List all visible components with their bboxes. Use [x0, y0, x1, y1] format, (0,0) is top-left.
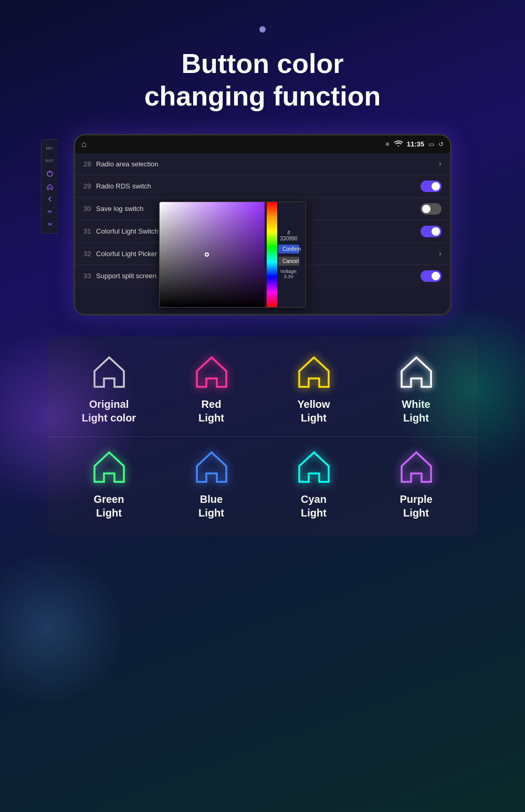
light-item-blue: BlueLight [170, 447, 254, 520]
light-item-original: OriginalLight color [67, 352, 151, 425]
house-icon-purple [397, 447, 435, 485]
page-title: Button color changing function [0, 47, 525, 113]
red-label: RedLight [198, 397, 224, 425]
voltage-label: Voltage: 3.3V [279, 269, 298, 279]
side-mic-label: MIC [44, 143, 56, 154]
house-icon-white [397, 352, 435, 390]
clock: 11:35 [407, 140, 424, 148]
title-section: Button color changing function [0, 0, 525, 134]
row-30-num: 30 [83, 205, 96, 213]
light-item-green: GreenLight [67, 447, 151, 520]
light-grid: OriginalLight color RedLight YellowLight [47, 336, 478, 535]
light-item-red: RedLight [170, 352, 254, 425]
confirm-button[interactable]: Confirm [278, 245, 299, 254]
side-back-icon[interactable] [44, 193, 56, 205]
house-icon-blue [193, 447, 230, 485]
side-home-icon[interactable] [44, 181, 56, 192]
mic-dot [259, 26, 266, 33]
home-icon[interactable]: ⌂ [81, 140, 87, 149]
cancel-button[interactable]: Cancel [278, 257, 299, 266]
blue-label: BlueLight [198, 492, 224, 520]
light-item-purple: PurpleLight [374, 447, 458, 520]
house-icon-cyan [295, 447, 333, 485]
color-preview-area: # 330990 Confirm Cancel Voltage: 3.3V [277, 202, 300, 307]
row-31-toggle[interactable] [421, 226, 442, 237]
light-grid-bottom: GreenLight BlueLight CyanLight [47, 436, 478, 535]
row-28-arrow: › [439, 159, 442, 168]
row-29-label: Radio RDS switch [96, 182, 421, 190]
row-32-num: 32 [83, 250, 96, 258]
menu-row-29[interactable]: 29 Radio RDS switch # 330990 Confi [75, 175, 450, 198]
screen: ⌂ ✳ 11:35 ▭ ↺ 28 Ra [75, 135, 450, 314]
menu-list: 28 Radio area selection › 29 Radio RDS s… [75, 153, 450, 287]
picker-cursor [205, 252, 209, 257]
color-gradient-area[interactable] [160, 202, 265, 307]
device-wrapper: MIC RST [58, 134, 467, 315]
side-power-icon[interactable] [44, 168, 56, 180]
light-item-cyan: CyanLight [272, 447, 356, 520]
status-bar: ⌂ ✳ 11:35 ▭ ↺ [75, 135, 450, 153]
status-right: ✳ 11:35 ▭ ↺ [385, 140, 444, 148]
row-28-label: Radio area selection [96, 160, 439, 168]
side-prev-icon[interactable] [44, 206, 56, 217]
house-icon-original [90, 352, 128, 390]
cyan-label: CyanLight [301, 492, 327, 520]
hex-value: # 330990 [279, 230, 298, 241]
wifi-icon [394, 140, 403, 148]
row-29-toggle[interactable] [421, 181, 442, 192]
purple-label: PurpleLight [400, 492, 432, 520]
light-grid-top: OriginalLight color RedLight YellowLight [47, 336, 478, 435]
light-item-white: WhiteLight [374, 352, 458, 425]
menu-row-28[interactable]: 28 Radio area selection › [75, 153, 450, 175]
green-label: GreenLight [94, 492, 124, 520]
row-33-toggle[interactable] [421, 270, 442, 282]
house-icon-red [193, 352, 230, 390]
light-item-yellow: YellowLight [272, 352, 356, 425]
original-label: OriginalLight color [82, 397, 136, 425]
house-icon-yellow [295, 352, 333, 390]
row-30-toggle[interactable] [421, 203, 442, 215]
color-hue-bar[interactable] [267, 202, 277, 307]
refresh-icon: ↺ [438, 141, 444, 148]
row-31-num: 31 [83, 227, 96, 235]
bg-glow-bottom-left [0, 550, 126, 707]
row-33-num: 33 [83, 272, 96, 280]
row-28-num: 28 [83, 160, 96, 168]
side-panel: MIC RST [41, 139, 58, 234]
device-frame: ⌂ ✳ 11:35 ▭ ↺ 28 Ra [74, 134, 452, 315]
side-rst-label: RST [44, 155, 56, 167]
screen-icon: ▭ [428, 141, 434, 148]
bluetooth-icon: ✳ [385, 141, 390, 148]
side-next-icon[interactable] [44, 218, 56, 230]
house-icon-green [90, 447, 128, 485]
color-picker-popup: # 330990 Confirm Cancel Voltage: 3.3V [159, 202, 306, 308]
white-label: WhiteLight [402, 397, 430, 425]
row-32-arrow: › [439, 249, 442, 258]
yellow-label: YellowLight [297, 397, 330, 425]
row-29-num: 29 [83, 182, 96, 190]
